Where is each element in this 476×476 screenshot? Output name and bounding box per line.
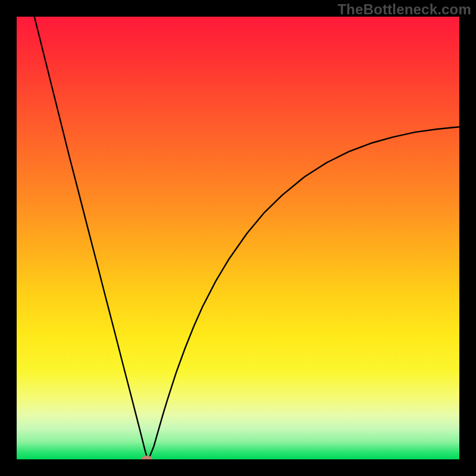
watermark-text: TheBottleneck.com	[337, 1, 471, 18]
chart-container: TheBottleneck.com	[0, 0, 476, 476]
bottleneck-curve	[17, 17, 459, 459]
optimal-point-marker	[142, 456, 152, 460]
plot-area	[17, 17, 459, 459]
